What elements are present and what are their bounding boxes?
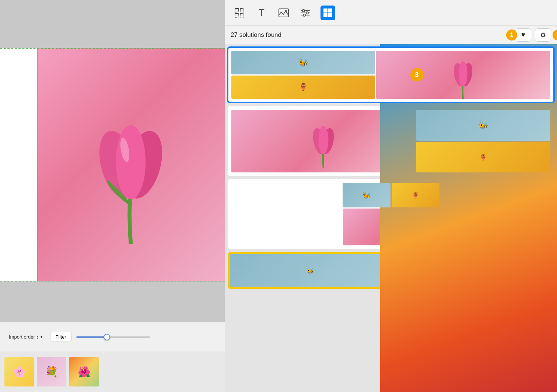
grid-tool-button[interactable]	[320, 6, 335, 20]
select-tool-button[interactable]	[232, 6, 247, 20]
import-order-button[interactable]: Import order ↕ ▾	[6, 333, 46, 342]
photo-cell-vase: 🏺	[231, 76, 375, 99]
right-panel: T	[225, 0, 557, 392]
svg-point-14	[306, 12, 308, 14]
left-panel: Import order ↕ ▾ Filter 🌸 💐 🌺	[0, 0, 225, 392]
sort-icon: ↕	[36, 334, 39, 340]
photo-cell-vase-3: 🏺	[392, 183, 439, 207]
adjust-tool-button[interactable]	[298, 6, 313, 20]
svg-rect-6	[235, 14, 239, 17]
thumbnail-strip: 🌸 💐 🌺	[0, 351, 225, 392]
bee-decoration-2: 🐝	[479, 121, 488, 130]
chevron-down-icon: ▾	[41, 335, 43, 339]
solutions-header: 27 solutions found 1 ♥ ⚙ 2	[225, 26, 557, 44]
thumbnail-item[interactable]: 🌺	[69, 357, 99, 386]
settings-button[interactable]: ⚙	[535, 28, 551, 42]
svg-rect-4	[235, 8, 239, 12]
svg-rect-16	[323, 8, 327, 13]
vase-decoration-3: 🏺	[412, 192, 419, 199]
solution-card-1[interactable]: 🐝 🏺	[227, 46, 555, 103]
photo-cell-bee-4: 🐝	[230, 254, 390, 287]
solutions-count-label: 27 solutions found	[231, 31, 511, 39]
text-tool-button[interactable]: T	[254, 6, 269, 20]
photo-cell-tulip-big	[376, 51, 550, 99]
svg-point-13	[302, 10, 305, 12]
svg-point-9	[285, 10, 287, 12]
svg-point-25	[318, 126, 328, 154]
tulip-svg-2	[307, 113, 340, 169]
main-canvas	[37, 48, 225, 281]
canvas-area	[0, 0, 225, 322]
badge-1: 1	[506, 29, 517, 41]
vase-decoration: 🏺	[299, 83, 307, 91]
badge-3: 3	[410, 68, 424, 81]
thumbnail-item[interactable]: 🌸	[4, 357, 34, 386]
tulip-illustration	[79, 85, 182, 244]
photo-cell-bee: 🐝	[231, 51, 375, 74]
top-toolbar: T	[225, 0, 557, 26]
svg-rect-17	[328, 8, 332, 13]
svg-point-2	[116, 125, 146, 200]
thumbnail-item[interactable]: 💐	[37, 357, 66, 386]
favorites-button[interactable]: ♥	[515, 28, 531, 42]
left-margin	[0, 48, 37, 281]
photo-cell-bee-3: 🐝	[343, 183, 390, 207]
zoom-slider-container	[76, 336, 219, 338]
bee-decoration: 🐝	[298, 58, 308, 67]
svg-rect-5	[240, 8, 244, 12]
bee-decoration-3: 🐝	[362, 191, 371, 199]
image-tool-button[interactable]	[276, 6, 291, 20]
svg-rect-19	[328, 13, 332, 17]
zoom-slider-thumb[interactable]	[104, 334, 110, 340]
photo-cell-bee-2: 🐝	[416, 110, 550, 141]
tulip-small-svg	[448, 51, 478, 99]
svg-point-15	[303, 14, 305, 16]
badge-2: 2	[553, 29, 557, 41]
left-column: 🐝 🏺	[231, 51, 375, 99]
vase-decoration-2: 🏺	[480, 154, 487, 161]
zoom-slider[interactable]	[76, 336, 150, 338]
solution-card-1-inner: 🐝 🏺	[228, 48, 553, 102]
svg-rect-18	[323, 13, 327, 17]
layout-preview-1: 🐝 🏺	[231, 51, 550, 99]
bottom-toolbar: Import order ↕ ▾ Filter	[0, 322, 225, 351]
filter-button[interactable]: Filter	[50, 332, 72, 342]
photo-cell-vase-2: 🏺	[416, 142, 550, 173]
svg-point-22	[459, 61, 467, 86]
svg-rect-7	[240, 14, 244, 17]
